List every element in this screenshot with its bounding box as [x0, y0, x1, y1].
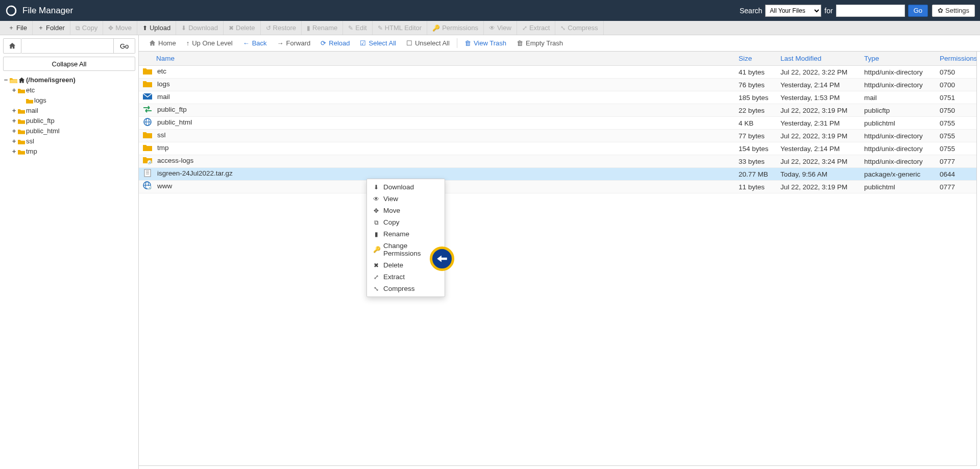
- file-size: 76 bytes: [733, 79, 775, 91]
- tree-label[interactable]: public_html: [26, 126, 60, 136]
- mail-icon: [143, 92, 152, 101]
- forward-button[interactable]: →Forward: [272, 35, 316, 51]
- table-row[interactable]: public_ftp22 bytesJul 22, 2022, 3:19 PMp…: [139, 104, 976, 117]
- move-button: ✥Move: [103, 21, 137, 35]
- folder-link-icon: 🔗: [143, 156, 152, 164]
- file-type: httpd/unix-directory: [859, 130, 935, 142]
- tree-label[interactable]: mail: [26, 106, 38, 116]
- table-row[interactable]: logs76 bytesYesterday, 2:14 PMhttpd/unix…: [139, 79, 976, 91]
- search-label: Search: [740, 7, 762, 15]
- home-button[interactable]: Home: [144, 35, 181, 51]
- tree-root-label[interactable]: (/home/isgreen): [26, 75, 76, 85]
- tree-toggle-icon[interactable]: +: [11, 146, 17, 157]
- tree-item-etc[interactable]: +etc: [3, 85, 135, 95]
- compress-icon: ⤡: [560, 24, 566, 32]
- tree-item-ssl[interactable]: +ssl: [3, 136, 135, 146]
- trash-icon: 🗑: [464, 39, 471, 47]
- context-move[interactable]: ✥Move: [367, 205, 445, 216]
- view-trash-button[interactable]: 🗑View Trash: [459, 35, 511, 51]
- tree-label[interactable]: public_ftp: [26, 116, 55, 126]
- back-button[interactable]: ←Back: [238, 35, 272, 51]
- context-download[interactable]: ⬇Download: [367, 181, 445, 193]
- tree-label[interactable]: tmp: [26, 146, 37, 157]
- context-extract[interactable]: ⤢Extract: [367, 271, 445, 283]
- col-type[interactable]: Type: [859, 52, 935, 66]
- main-panel: Home ↑Up One Level ←Back →Forward ⟳Reloa…: [139, 35, 980, 469]
- tree-toggle-icon[interactable]: +: [11, 126, 17, 136]
- tree-item-mail[interactable]: +mail: [3, 106, 135, 116]
- unselect-all-button[interactable]: ☐Unselect All: [401, 35, 455, 51]
- permissions-button: 🔑Permissions: [427, 21, 484, 35]
- file-modified: Today, 9:56 AM: [775, 168, 859, 181]
- file-size: 33 bytes: [733, 155, 775, 168]
- file-modified: Jul 22, 2022, 3:19 PM: [775, 104, 859, 117]
- file-size: 20.77 MB: [733, 168, 775, 181]
- col-name[interactable]: Name: [139, 52, 733, 66]
- context-view[interactable]: 👁View: [367, 193, 445, 205]
- settings-button[interactable]: ✿ Settings: [932, 5, 975, 17]
- table-row[interactable]: public_html4 KBYesterday, 2:31 PMpublich…: [139, 117, 976, 130]
- tree-toggle-icon[interactable]: +: [11, 106, 17, 116]
- copy-icon: ⧉: [76, 24, 80, 32]
- rename-icon: ▮: [373, 231, 379, 238]
- file-modified: Yesterday, 2:31 PM: [775, 117, 859, 130]
- arrow-left-icon: ←: [243, 39, 250, 47]
- file-name: www: [157, 182, 172, 190]
- upload-button[interactable]: ⬆Upload: [137, 21, 176, 35]
- up-one-level-button[interactable]: ↑Up One Level: [181, 35, 238, 51]
- collapse-all-button[interactable]: Collapse All: [3, 57, 135, 71]
- tree-label[interactable]: ssl: [26, 136, 34, 146]
- tree-toggle-icon[interactable]: +: [11, 116, 17, 126]
- sidebar-home-button[interactable]: [3, 38, 21, 54]
- table-row[interactable]: isgreen-24Jul2022.tar.gz20.77 MBToday, 9…: [139, 168, 976, 181]
- arrow-up-icon: ↑: [186, 39, 190, 47]
- col-permissions[interactable]: Permissions: [935, 52, 976, 66]
- file-type: publichtml: [859, 181, 935, 193]
- delete-button: ✖Delete: [224, 21, 261, 35]
- path-go-button[interactable]: Go: [114, 38, 135, 54]
- table-row[interactable]: ssl77 bytesJul 22, 2022, 3:19 PMhttpd/un…: [139, 130, 976, 142]
- tree-item-tmp[interactable]: +tmp: [3, 146, 135, 157]
- col-size[interactable]: Size: [733, 52, 775, 66]
- table-row[interactable]: tmp154 bytesYesterday, 2:14 PMhttpd/unix…: [139, 142, 976, 155]
- search-scope-select[interactable]: All Your Files: [765, 5, 821, 17]
- ftp-icon: [143, 105, 152, 113]
- file-button[interactable]: ＋File: [3, 21, 33, 35]
- svg-rect-7: [144, 169, 151, 177]
- tree-toggle-icon[interactable]: +: [11, 85, 17, 95]
- file-type: mail: [859, 91, 935, 104]
- path-input[interactable]: [21, 38, 114, 54]
- table-row[interactable]: 🔗access-logs33 bytesJul 22, 2022, 3:24 P…: [139, 155, 976, 168]
- col-last-modified[interactable]: Last Modified: [775, 52, 859, 66]
- file-modified: Yesterday, 2:14 PM: [775, 142, 859, 155]
- tree-toggle-icon[interactable]: +: [11, 136, 17, 146]
- tree-item-public_ftp[interactable]: +public_ftp: [3, 116, 135, 126]
- sidebar: Go Collapse All − (/home/isgreen) +etc+l…: [0, 35, 139, 469]
- compress-button: ⤡Compress: [555, 21, 603, 35]
- file-size: 22 bytes: [733, 104, 775, 117]
- permissions-icon: 🔑: [432, 24, 440, 32]
- table-row[interactable]: mail185 bytesYesterday, 1:53 PMmail0751: [139, 91, 976, 104]
- search-input[interactable]: [836, 5, 905, 17]
- folder-button[interactable]: ＋Folder: [33, 21, 70, 35]
- file-size: 154 bytes: [733, 142, 775, 155]
- context-compress[interactable]: ⤡Compress: [367, 283, 445, 294]
- tree-label[interactable]: logs: [34, 95, 46, 106]
- tree-toggle-icon[interactable]: −: [3, 75, 9, 85]
- context-copy[interactable]: ⧉Copy: [367, 216, 445, 228]
- context-rename[interactable]: ▮Rename: [367, 228, 445, 240]
- table-row[interactable]: etc41 bytesJul 22, 2022, 3:22 PMhttpd/un…: [139, 66, 976, 79]
- search-go-button[interactable]: Go: [908, 5, 928, 17]
- restore-button: ↺Restore: [261, 21, 302, 35]
- table-row[interactable]: 🔗www11 bytesJul 22, 2022, 3:19 PMpublich…: [139, 181, 976, 193]
- tree-item-logs[interactable]: +logs: [3, 95, 135, 106]
- tree-root[interactable]: − (/home/isgreen): [3, 75, 135, 85]
- reload-button[interactable]: ⟳Reload: [315, 35, 355, 51]
- move-icon: ✥: [108, 24, 113, 32]
- folder-icon: [18, 108, 25, 114]
- select-all-button[interactable]: ☑Select All: [355, 35, 401, 51]
- file-size: 41 bytes: [733, 66, 775, 79]
- tree-item-public_html[interactable]: +public_html: [3, 126, 135, 136]
- empty-trash-button[interactable]: 🗑Empty Trash: [511, 35, 568, 51]
- tree-label[interactable]: etc: [26, 85, 35, 95]
